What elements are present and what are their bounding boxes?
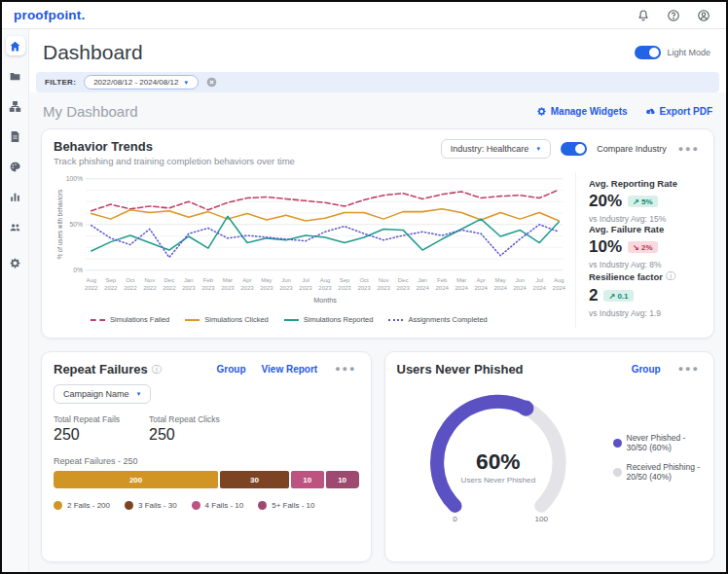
legend-item: Simulations Clicked: [185, 315, 268, 324]
svg-text:2023: 2023: [221, 285, 235, 291]
section-title: My Dashboard: [43, 103, 138, 120]
svg-text:Dec: Dec: [164, 277, 175, 283]
cloud-download-icon: [645, 106, 656, 117]
svg-text:Months: Months: [313, 296, 337, 305]
svg-text:2023: 2023: [299, 285, 312, 291]
more-options-icon[interactable]: ●●●: [333, 362, 358, 376]
legend-item: Simulations Failed: [91, 315, 169, 324]
users-never-phished-title: Users Never Phished: [397, 362, 524, 377]
stat-block: Resilience factor ⓘ 2 ↗ 0.1 vs Industry …: [589, 269, 702, 318]
svg-text:2022: 2022: [85, 285, 98, 291]
svg-text:2023: 2023: [279, 285, 293, 291]
svg-text:Nov: Nov: [379, 277, 389, 283]
more-options-icon[interactable]: ●●●: [676, 142, 702, 156]
campaign-name-dropdown[interactable]: Campaign Name ▼: [54, 384, 151, 404]
stat-block: Avg. Reporting Rate 20% ↗ 5% vs Industry…: [589, 178, 702, 224]
svg-text:Dec: Dec: [398, 277, 409, 283]
trend-badge: ↗ 5%: [628, 196, 658, 207]
svg-text:50%: 50%: [70, 221, 84, 228]
svg-text:Oct: Oct: [359, 277, 369, 283]
reports-icon: [9, 130, 21, 143]
info-icon[interactable]: ⓘ: [666, 269, 675, 283]
bar-segment: 30: [220, 471, 289, 488]
legend-item: Simulations Reported: [284, 315, 374, 324]
group-link[interactable]: Group: [217, 364, 246, 375]
clear-filter-icon[interactable]: [206, 77, 217, 88]
svg-text:2022: 2022: [143, 285, 157, 291]
svg-text:Mar: Mar: [223, 277, 233, 283]
svg-text:0: 0: [453, 515, 457, 523]
compare-industry-toggle[interactable]: [561, 142, 587, 156]
svg-text:2024: 2024: [475, 285, 489, 291]
svg-text:Aug: Aug: [554, 277, 564, 283]
view-report-link[interactable]: View Report: [262, 364, 318, 375]
behavior-trends-subtitle: Track phishing and training completion b…: [54, 156, 295, 166]
manage-widgets-label: Manage Widgets: [551, 106, 628, 117]
svg-text:2024: 2024: [514, 285, 528, 291]
account-icon[interactable]: [697, 9, 710, 22]
manage-widgets-button[interactable]: Manage Widgets: [536, 106, 628, 117]
svg-text:2023: 2023: [318, 285, 332, 291]
light-mode-label: Light Mode: [667, 48, 710, 57]
svg-text:100: 100: [534, 515, 548, 523]
filter-bar: FILTER: 2022/08/12 - 2024/08/12 ▼: [36, 72, 719, 92]
behavior-trends-title: Behavior Trends: [54, 139, 295, 154]
users-never-phished-widget: Users Never Phished Group ●●● 60%Users N…: [384, 351, 715, 562]
svg-text:0%: 0%: [73, 267, 83, 273]
folders-icon: [9, 70, 21, 83]
light-mode-toggle[interactable]: [635, 46, 661, 59]
export-pdf-button[interactable]: Export PDF: [645, 106, 712, 117]
sidebar-item-analytics[interactable]: [6, 187, 25, 206]
date-range-filter[interactable]: 2022/08/12 - 2024/08/12 ▼: [84, 75, 199, 90]
svg-text:Jul: Jul: [535, 277, 543, 283]
sidebar-item-users[interactable]: [6, 217, 25, 236]
svg-text:Jun: Jun: [281, 277, 291, 283]
compare-industry-label: Compare Industry: [597, 144, 667, 154]
filter-label: FILTER:: [45, 78, 76, 87]
svg-text:2023: 2023: [357, 285, 371, 291]
users-icon: [9, 221, 21, 233]
behavior-trends-widget: Behavior Trends Track phishing and train…: [41, 128, 714, 339]
legend-item: 4 Fails - 10: [192, 501, 244, 510]
svg-text:Feb: Feb: [203, 277, 214, 283]
svg-text:Users Never Phished: Users Never Phished: [460, 476, 535, 484]
group-link[interactable]: Group: [632, 364, 661, 375]
bar-segment: 10: [291, 471, 324, 488]
never-phished-legend: Never Phished - 30/50 (60%)Received Phis…: [613, 433, 703, 482]
info-icon[interactable]: ⓘ: [152, 363, 162, 377]
sidebar-item-folders[interactable]: [6, 66, 25, 86]
sidebar-item-org-chart[interactable]: [6, 96, 25, 116]
top-bar: proofpoint.: [2, 2, 726, 29]
trend-badge: ↘ 2%: [628, 241, 658, 253]
sidebar-item-settings[interactable]: [6, 253, 25, 272]
org-chart-icon: [9, 100, 21, 113]
sidebar-item-palette[interactable]: [6, 157, 25, 176]
svg-text:2024: 2024: [455, 285, 468, 291]
help-icon[interactable]: [667, 9, 680, 22]
sidebar-item-home[interactable]: [6, 36, 25, 55]
svg-text:% of users with behaviors: % of users with behaviors: [56, 190, 63, 260]
sidebar-item-reports[interactable]: [6, 126, 25, 146]
svg-text:Sep: Sep: [105, 277, 116, 283]
repeat-failures-bar-title: Repeat Failures - 250: [54, 456, 359, 466]
industry-dropdown[interactable]: Industry: Healthcare ▼: [441, 139, 552, 159]
repeat-failures-widget: Repeat Failures ⓘ Group View Report ●●● …: [41, 351, 372, 562]
svg-text:Oct: Oct: [126, 277, 135, 283]
legend-item: 3 Fails - 30: [125, 501, 177, 510]
svg-text:2023: 2023: [377, 285, 390, 291]
settings-icon: [9, 257, 21, 269]
total-stat: Total Repeat Fails250: [54, 414, 120, 444]
svg-text:Sep: Sep: [340, 277, 350, 283]
export-pdf-label: Export PDF: [660, 106, 712, 117]
svg-text:Aug: Aug: [320, 277, 331, 283]
svg-text:Jan: Jan: [184, 277, 194, 283]
behavior-trends-chart: 0%50%100%Aug2022Sep2022Oct2022Nov2022Dec…: [54, 172, 567, 328]
more-options-icon[interactable]: ●●●: [676, 362, 702, 376]
bell-icon[interactable]: [637, 9, 650, 22]
svg-text:Aug: Aug: [86, 277, 96, 283]
repeat-failures-stacked-bar: 200301010: [54, 471, 359, 488]
legend-item: 5+ Fails - 10: [258, 501, 314, 510]
svg-text:2023: 2023: [201, 285, 215, 291]
palette-icon: [9, 161, 21, 173]
svg-text:2024: 2024: [435, 285, 449, 291]
